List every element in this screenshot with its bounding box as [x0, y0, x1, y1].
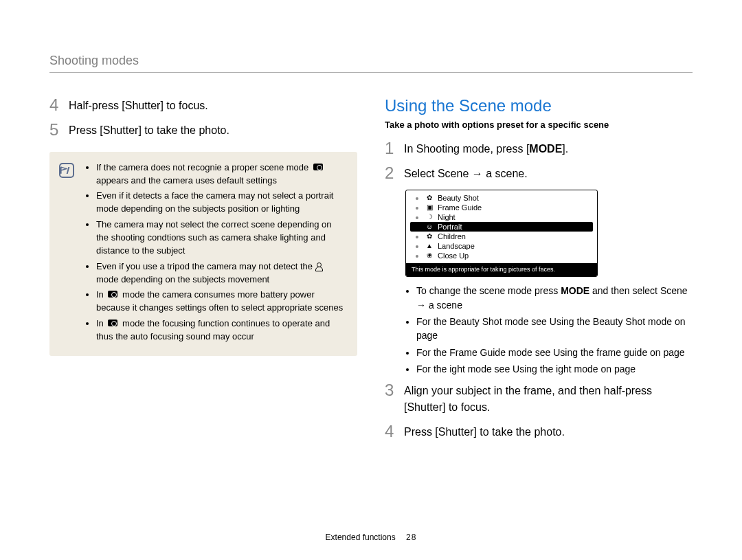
step-text: Press [Shutter] to take the photo.	[69, 121, 229, 139]
step-1: 1 In Shooting mode, press [MODE].	[385, 139, 693, 157]
step-4: 4 Press [Shutter] to take the photo.	[385, 423, 693, 440]
step-2: 2 Select Scene → a scene.	[385, 164, 693, 182]
manual-page: Shooting modes 4 Half-press [Shutter] to…	[0, 0, 742, 560]
tripod-person-icon	[315, 262, 322, 271]
smart-auto-icon	[106, 320, 120, 328]
note-item: If the camera does not recognie a proper…	[96, 161, 346, 188]
step-5: 5 Press [Shutter] to take the photo.	[49, 121, 357, 139]
text: To change the scene mode press	[416, 285, 561, 296]
scene-list: ✿Beauty Shot ▣Frame Guide ☽Night ☺Portra…	[406, 190, 597, 263]
note-text: In	[96, 289, 106, 300]
scene-label: Night	[438, 213, 456, 221]
bullet-icon	[416, 236, 418, 238]
tip-item: For the Beauty Shot mode see Using the B…	[416, 315, 693, 343]
footer-section-label: Extended functions	[326, 533, 396, 542]
beauty-icon: ✿	[425, 194, 434, 201]
tips-list: To change the scene mode press MODE and …	[405, 284, 693, 376]
step-text: Half-press [Shutter] to focus.	[69, 96, 208, 114]
scene-label: Children	[438, 232, 466, 240]
text: For the Beauty Shot mode see Using the B…	[416, 316, 685, 341]
bullet-icon	[416, 255, 418, 258]
step-number: 5	[49, 121, 59, 139]
note-text: mode depending on the subjects movement	[96, 274, 269, 284]
text: ].	[562, 143, 568, 155]
scene-description-bar: This mode is appropriate for taking pict…	[406, 263, 597, 277]
note-text: mode the camera consumes more battery po…	[96, 289, 343, 313]
step-3: 3 Align your subject in the frame, and t…	[385, 381, 693, 416]
note-item: In mode the focusing function continues …	[96, 317, 346, 344]
bullet-icon	[416, 207, 418, 210]
scene-item-night: ☽Night	[410, 212, 593, 222]
step-number: 4	[385, 423, 394, 440]
scene-item-landscape: ▲Landscape	[410, 241, 593, 251]
scene-label: Portrait	[438, 223, 462, 231]
note-icon	[59, 163, 74, 178]
note-list: If the camera does not recognie a proper…	[85, 161, 346, 344]
scene-item-beauty-shot: ✿Beauty Shot	[410, 193, 593, 203]
scene-label: Landscape	[438, 242, 475, 250]
note-item: The camera may not select the correct sc…	[96, 219, 346, 258]
step-number: 3	[385, 381, 394, 416]
step-text: In Shooting mode, press [MODE].	[404, 139, 568, 157]
note-text: Even if you use a tripod the camera may …	[96, 261, 315, 271]
right-column: Using the Scene mode Take a photo with o…	[385, 96, 693, 448]
note-item: In mode the camera consumes more battery…	[96, 289, 346, 315]
step-text: Select Scene → a scene.	[404, 164, 528, 182]
text: For the ight mode see Using the ight mod…	[416, 363, 636, 374]
note-item: Even if you use a tripod the camera may …	[96, 260, 346, 287]
note-item: Even if it detects a face the camera may…	[96, 190, 346, 216]
film-icon	[414, 225, 420, 230]
smart-auto-icon	[311, 164, 325, 172]
step-number: 2	[385, 164, 394, 182]
scene-label: Close Up	[438, 251, 469, 260]
portrait-icon: ☺	[425, 223, 434, 230]
night-icon: ☽	[425, 213, 434, 221]
note-text: Even if it detects a face the camera may…	[96, 190, 333, 214]
bullet-icon	[416, 216, 418, 219]
scene-label: Frame Guide	[438, 203, 482, 212]
scene-preview: ✿Beauty Shot ▣Frame Guide ☽Night ☺Portra…	[405, 190, 598, 278]
left-column: 4 Half-press [Shutter] to focus. 5 Press…	[49, 96, 357, 448]
section-title: Using the Scene mode	[385, 96, 693, 115]
note-box: If the camera does not recognie a proper…	[49, 152, 357, 356]
note-text: If the camera does not recognie a proper…	[96, 162, 311, 172]
tip-item: To change the scene mode press MODE and …	[416, 284, 693, 312]
mode-key-label: MODE	[561, 285, 589, 296]
two-column-layout: 4 Half-press [Shutter] to focus. 5 Press…	[49, 96, 693, 448]
scene-item-frame-guide: ▣Frame Guide	[410, 203, 593, 212]
landscape-icon: ▲	[425, 242, 434, 249]
bullet-icon	[416, 245, 418, 248]
tip-item: For the ight mode see Using the ight mod…	[416, 362, 693, 376]
page-number: 28	[406, 533, 416, 542]
step-4: 4 Half-press [Shutter] to focus.	[49, 96, 357, 114]
section-subtitle: Take a photo with options preset for a s…	[385, 120, 693, 130]
scene-label: Beauty Shot	[438, 194, 479, 202]
mode-key-label: MODE	[529, 143, 562, 155]
scene-item-close-up: ❀Close Up	[410, 251, 593, 260]
breadcrumb: Shooting modes	[49, 54, 693, 73]
frame-icon: ▣	[425, 203, 434, 211]
step-number: 4	[49, 96, 59, 114]
smart-auto-icon	[106, 291, 120, 299]
closeup-icon: ❀	[425, 251, 434, 259]
note-text: appears and the camera uses default sett…	[96, 175, 277, 186]
page-footer: Extended functions 28	[0, 533, 742, 542]
note-text: The camera may not select the correct sc…	[96, 219, 332, 256]
note-text: In	[96, 318, 106, 328]
tip-item: For the Frame Guide mode see Using the f…	[416, 346, 693, 359]
scene-item-children: ✿Children	[410, 232, 593, 241]
bullet-icon	[416, 197, 418, 200]
scene-item-portrait-selected: ☺Portrait	[410, 222, 593, 232]
step-text: Press [Shutter] to take the photo.	[404, 423, 565, 440]
step-text: Align your subject in the frame, and the…	[404, 381, 693, 416]
step-number: 1	[385, 139, 394, 157]
note-text: mode the focusing function continues to …	[96, 318, 330, 341]
text: For the Frame Guide mode see Using the f…	[416, 347, 685, 358]
text: In Shooting mode, press [	[404, 143, 529, 155]
children-icon: ✿	[425, 232, 434, 240]
